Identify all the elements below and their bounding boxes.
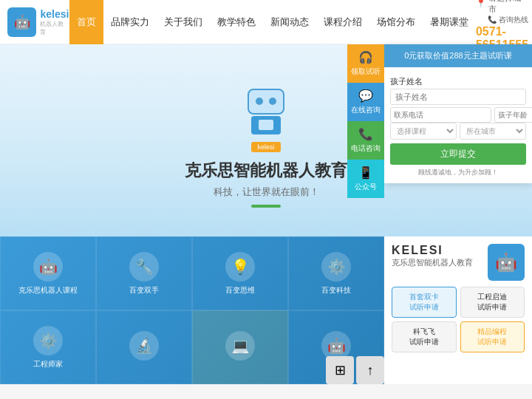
card-thinking[interactable]: 💡 百变思维: [192, 236, 288, 310]
nav-course[interactable]: 课程介绍: [316, 0, 369, 44]
robot-head: [248, 89, 284, 115]
phone-line: 📞 咨询热线: [488, 15, 528, 25]
form-header: 0元获取价值288元主题试听课: [384, 44, 532, 67]
logo-icon: 🤖: [7, 7, 36, 37]
side-btn-trial-label: 领取试听: [351, 66, 381, 77]
nav-feature[interactable]: 教学特色: [210, 0, 263, 44]
robot-illustration: [244, 89, 288, 140]
course-select[interactable]: 选择课程: [390, 123, 457, 140]
science-icon: 🔬: [129, 331, 159, 361]
card-science[interactable]: 🔬: [96, 310, 192, 384]
child-age-input[interactable]: [494, 107, 532, 123]
logo-text: kelesi 机器人教育: [40, 8, 69, 36]
form-body: 孩子姓名 选择课程 所在城市 立即提交 顾线遵诚地，为升步加顾！: [384, 67, 532, 183]
right-btn-scifly[interactable]: 科飞飞 试听申请: [392, 321, 457, 352]
right-btn-engineer[interactable]: 工程启迪 试听申请: [460, 287, 525, 318]
form-panel: 0元获取价值288元主题试听课 孩子姓名 选择课程 所在城市 立即提交 顾线遵诚…: [384, 44, 532, 183]
robot-eye-left: [256, 98, 263, 105]
cards-right-panel: KELESI 克乐思智能机器人教育 🤖 首套双卡 试听申请 工程启迪 试听申请 …: [384, 236, 532, 384]
contact-phone-input[interactable]: [390, 107, 491, 123]
brand-subtitle: 克乐思智能机器人教育: [392, 257, 473, 268]
right-panel-buttons: 首套双卡 试听申请 工程启迪 试听申请 科飞飞 试听申请 精品编程 试听申请: [392, 287, 525, 352]
side-btn-wechat-label: 公众号: [355, 182, 377, 192]
right-btn-dual[interactable]: 首套双卡 试听申请: [392, 287, 457, 318]
side-btn-chat[interactable]: 💬 在线咨询: [347, 83, 384, 121]
phone-icon: 📞: [358, 127, 373, 141]
thinking-icon: 💡: [225, 252, 255, 282]
card-robot-course[interactable]: 🤖 克乐思机器人课程: [0, 236, 96, 310]
tech-icon: ⚙️: [321, 252, 351, 282]
right-btn-coding[interactable]: 精品编程 试听申请: [460, 321, 525, 352]
brand-title: KELESI: [392, 244, 473, 257]
qr-code-btn[interactable]: ⊞: [326, 356, 354, 384]
card-robot-label: 克乐思机器人课程: [18, 285, 78, 296]
robot-eyes: [256, 98, 276, 105]
phone-age-row: [390, 107, 526, 123]
main-content: kelesi 克乐思智能机器人教育 科技，让世界就在眼前！ 0元获取价值288元…: [0, 44, 532, 384]
course-region-row: 选择课程 所在城市: [390, 123, 526, 140]
logo-en: kelesi: [40, 8, 69, 20]
side-btn-call-label: 电话咨询: [351, 143, 381, 154]
card-hands-label: 百变双手: [129, 285, 159, 296]
city-label: 请选择城市: [488, 0, 528, 15]
city-select[interactable]: 📍 请选择城市: [476, 0, 528, 15]
robot-chest: [259, 120, 273, 130]
qr-buttons: ⊞ ↑: [326, 356, 384, 384]
nav-venue[interactable]: 场馆分布: [369, 0, 423, 44]
card-tech-label: 百变科技: [321, 285, 351, 296]
hero-bar: [251, 205, 281, 208]
robot-course-icon: 🤖: [33, 252, 63, 282]
form-note: 顾线遵诚地，为升步加顾！: [390, 168, 526, 177]
scroll-top-btn[interactable]: ↑: [356, 356, 384, 384]
card-tech[interactable]: ⚙️ 百变科技: [288, 236, 384, 310]
region-select[interactable]: 所在城市: [460, 123, 526, 140]
nav-brand[interactable]: 品牌实力: [103, 0, 157, 44]
nav-news[interactable]: 新闻动态: [263, 0, 316, 44]
nav-summer[interactable]: 暑期课堂: [423, 0, 476, 44]
location-icon: 📍: [476, 0, 486, 8]
hands-icon: 🔧: [129, 252, 159, 282]
side-buttons: 🎧 领取试听 💬 在线咨询 📞 电话咨询 📱 公众号: [347, 44, 384, 198]
nav-bar: 首页 品牌实力 关于我们 教学特色 新闻动态 课程介绍 场馆分布 暑期课堂: [69, 0, 476, 44]
side-btn-trial[interactable]: 🎧 领取试听: [347, 44, 384, 83]
right-panel-titles: KELESI 克乐思智能机器人教育: [392, 244, 473, 268]
brand-logo-right: 🤖: [488, 244, 525, 281]
submit-button[interactable]: 立即提交: [390, 143, 526, 165]
child-name-input[interactable]: [390, 89, 526, 105]
right-panel-header: KELESI 克乐思智能机器人教育 🤖: [392, 244, 525, 281]
logo-cn: 机器人教育: [40, 20, 69, 36]
phone-icon: 📞: [488, 16, 497, 24]
hotline-label: 咨询热线: [499, 15, 528, 25]
side-btn-wechat[interactable]: 📱 公众号: [347, 160, 384, 198]
card-engineer[interactable]: ⚙️ 工程师家: [0, 310, 96, 384]
card-computer[interactable]: 💻: [192, 310, 288, 384]
card-thinking-label: 百变思维: [225, 285, 255, 296]
card-hands[interactable]: 🔧 百变双手: [96, 236, 192, 310]
robot-eye-right: [269, 98, 276, 105]
hero-content: kelesi 克乐思智能机器人教育 科技，让世界就在眼前！: [185, 89, 347, 208]
computer-icon: 💻: [225, 331, 255, 361]
header: 🤖 kelesi 机器人教育 首页 品牌实力 关于我们 教学特色 新闻动态 课程…: [0, 0, 532, 44]
brand-badge: kelesi: [251, 142, 280, 152]
wechat-icon: 📱: [358, 166, 373, 180]
chat-icon: 💬: [358, 89, 373, 103]
side-btn-call[interactable]: 📞 电话咨询: [347, 121, 384, 160]
robot-wrapper: kelesi: [244, 89, 288, 152]
robot-body: [251, 116, 281, 134]
logo: 🤖 kelesi 机器人教育: [7, 7, 69, 37]
cards-section: 🤖 克乐思机器人课程 🔧 百变双手 💡 百变思维 ⚙️ 百变科技 ⚙️ 工程师家…: [0, 236, 532, 384]
nav-home[interactable]: 首页: [69, 0, 103, 44]
hero-subtitle: 科技，让世界就在眼前！: [214, 185, 319, 199]
nav-about[interactable]: 关于我们: [157, 0, 210, 44]
card-engineer-label: 工程师家: [33, 359, 63, 369]
engineer-icon: ⚙️: [33, 326, 63, 355]
child-name-label: 孩子姓名: [390, 76, 526, 87]
hero-title: 克乐思智能机器人教育: [185, 160, 347, 182]
headphone-icon: 🎧: [358, 50, 373, 64]
side-btn-chat-label: 在线咨询: [351, 105, 381, 115]
